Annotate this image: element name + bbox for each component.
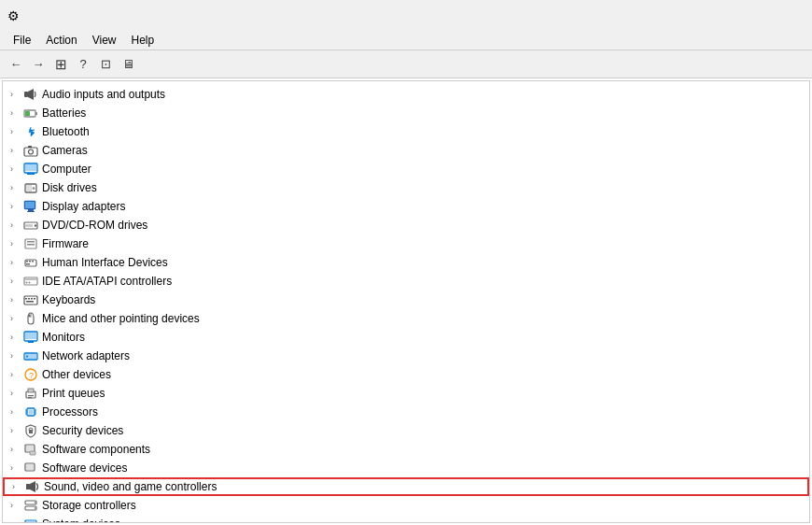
svg-rect-28 xyxy=(26,263,30,265)
tree-item-batteries[interactable]: ›Batteries xyxy=(3,104,809,122)
tree-item-disk[interactable]: ›Disk drives xyxy=(3,178,809,197)
chevron-icon-mice[interactable]: › xyxy=(10,314,23,323)
title-bar: ⚙ xyxy=(0,0,812,30)
toolbar-help[interactable]: ? xyxy=(73,54,93,75)
svg-rect-16 xyxy=(28,209,34,211)
toolbar-back[interactable]: ← xyxy=(6,54,26,75)
device-icon-audio xyxy=(23,87,38,102)
tree-item-display[interactable]: ›Display adapters xyxy=(3,197,809,216)
tree-item-sound[interactable]: ›Sound, video and game controllers xyxy=(3,477,809,496)
chevron-icon-firmware[interactable]: › xyxy=(10,239,23,248)
menu-file[interactable]: File xyxy=(6,32,38,49)
chevron-icon-processor[interactable]: › xyxy=(10,407,23,417)
tree-item-dvd[interactable]: ›DVD/CD-ROM drives xyxy=(3,216,809,234)
chevron-icon-ide[interactable]: › xyxy=(10,277,23,286)
toolbar-forward[interactable]: → xyxy=(28,54,49,75)
chevron-icon-hid[interactable]: › xyxy=(10,258,23,267)
tree-item-storage[interactable]: ›Storage controllers xyxy=(3,496,809,515)
svg-rect-3 xyxy=(35,112,37,115)
tree-item-monitors[interactable]: ›Monitors xyxy=(3,328,809,347)
svg-rect-40 xyxy=(29,315,31,318)
svg-rect-30 xyxy=(25,278,36,280)
svg-rect-22 xyxy=(27,241,35,243)
menu-view[interactable]: View xyxy=(85,32,124,49)
chevron-icon-security[interactable]: › xyxy=(10,426,23,435)
device-icon-mice xyxy=(23,311,38,326)
chevron-icon-bluetooth[interactable]: › xyxy=(10,127,23,136)
tree-panel[interactable]: ›Audio inputs and outputs›Batteries›Blue… xyxy=(2,80,810,523)
svg-marker-1 xyxy=(28,89,34,100)
tree-label-disk: Disk drives xyxy=(42,181,97,194)
tree-label-other: Other devices xyxy=(42,368,111,381)
svg-rect-64 xyxy=(26,446,34,451)
chevron-icon-dvd[interactable]: › xyxy=(10,220,23,230)
chevron-icon-print[interactable]: › xyxy=(10,389,23,398)
device-icon-computer xyxy=(23,162,38,177)
svg-rect-65 xyxy=(30,451,35,455)
tree-item-firmware[interactable]: ›Firmware xyxy=(3,234,809,253)
title-bar-controls xyxy=(756,8,805,23)
device-icon-print xyxy=(23,386,38,401)
tree-item-hid[interactable]: ›Human Interface Devices xyxy=(3,253,809,272)
device-icon-sound xyxy=(25,479,40,494)
device-icon-network xyxy=(23,348,38,363)
tree-item-print[interactable]: ›Print queues xyxy=(3,384,809,403)
tree-label-security: Security devices xyxy=(42,424,123,437)
tree-item-other[interactable]: ›?Other devices xyxy=(3,365,809,384)
chevron-icon-audio[interactable]: › xyxy=(10,90,23,99)
tree-item-audio[interactable]: ›Audio inputs and outputs xyxy=(3,85,809,104)
toolbar-box[interactable]: ⊡ xyxy=(95,54,116,75)
svg-marker-69 xyxy=(30,481,35,492)
chevron-icon-disk[interactable]: › xyxy=(10,183,23,192)
svg-rect-38 xyxy=(26,301,34,303)
tree-item-cameras[interactable]: ›Cameras xyxy=(3,141,809,160)
tree-label-firmware: Firmware xyxy=(42,237,89,250)
svg-rect-51 xyxy=(28,395,34,396)
chevron-icon-cameras[interactable]: › xyxy=(10,146,23,155)
tree-item-system[interactable]: ›System devices xyxy=(3,515,809,523)
svg-rect-43 xyxy=(28,341,34,343)
chevron-icon-network[interactable]: › xyxy=(10,351,23,361)
tree-item-processor[interactable]: ›Processors xyxy=(3,403,809,421)
close-button[interactable] xyxy=(790,8,805,23)
svg-rect-9 xyxy=(27,173,35,175)
chevron-icon-storage[interactable]: › xyxy=(10,501,23,510)
chevron-icon-computer[interactable]: › xyxy=(10,164,23,174)
chevron-icon-display[interactable]: › xyxy=(10,202,23,211)
device-icon-softwaredev xyxy=(23,461,38,475)
tree-item-ide[interactable]: ›IDE ATA/ATAPI controllers xyxy=(3,272,809,291)
tree-item-softwaredev[interactable]: ›Software devices xyxy=(3,459,809,477)
tree-label-mice: Mice and other pointing devices xyxy=(42,312,200,325)
tree-item-security[interactable]: ›Security devices xyxy=(3,421,809,440)
menu-action[interactable]: Action xyxy=(38,32,84,49)
tree-label-print: Print queues xyxy=(42,387,105,400)
chevron-icon-monitors[interactable]: › xyxy=(10,333,23,342)
minimize-button[interactable] xyxy=(756,8,771,23)
tree-label-processor: Processors xyxy=(42,405,98,419)
chevron-icon-sound[interactable]: › xyxy=(12,482,25,491)
device-icon-cameras xyxy=(23,143,38,158)
tree-item-softwarecomp[interactable]: ›Software components xyxy=(3,440,809,459)
svg-rect-7 xyxy=(28,146,32,148)
chevron-icon-batteries[interactable]: › xyxy=(10,108,23,118)
chevron-icon-other[interactable]: › xyxy=(10,370,23,379)
tree-item-mice[interactable]: ›Mice and other pointing devices xyxy=(3,309,809,328)
tree-item-bluetooth[interactable]: ›Bluetooth xyxy=(3,122,809,141)
tree-item-network[interactable]: ›Network adapters xyxy=(3,347,809,365)
tree-item-keyboards[interactable]: ›Keyboards xyxy=(3,291,809,309)
tree-label-bluetooth: Bluetooth xyxy=(42,125,90,138)
maximize-button[interactable] xyxy=(773,8,788,23)
tree-item-computer[interactable]: ›Computer xyxy=(3,160,809,178)
chevron-icon-softwaredev[interactable]: › xyxy=(10,463,23,473)
chevron-icon-system[interactable]: › xyxy=(10,519,23,523)
toolbar-grid[interactable]: ⊞ xyxy=(50,54,71,75)
toolbar-monitor[interactable]: 🖥 xyxy=(118,54,138,75)
svg-point-32 xyxy=(29,282,31,284)
svg-rect-33 xyxy=(24,296,37,305)
svg-point-19 xyxy=(35,224,36,226)
chevron-icon-softwarecomp[interactable]: › xyxy=(10,445,23,454)
menu-help[interactable]: Help xyxy=(124,32,162,49)
svg-rect-17 xyxy=(27,211,35,212)
chevron-icon-keyboards[interactable]: › xyxy=(10,295,23,305)
device-icon-ide xyxy=(23,274,38,289)
